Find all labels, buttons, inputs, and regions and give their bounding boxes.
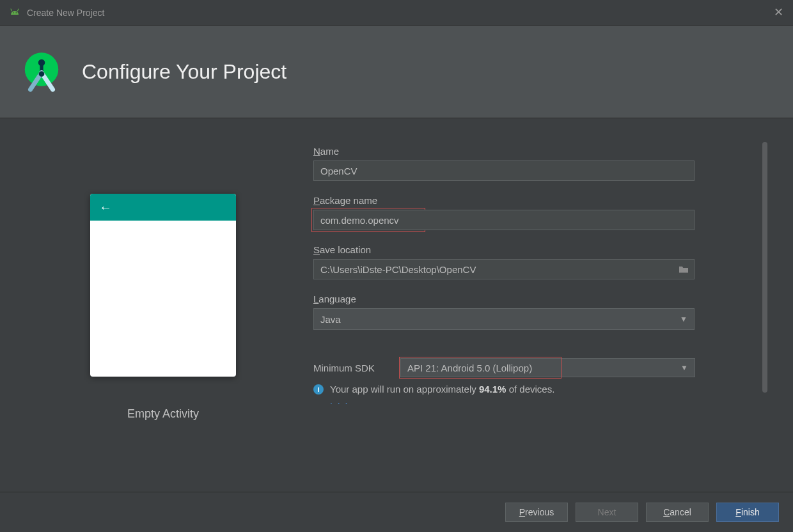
name-field-group: Name <box>313 146 748 181</box>
language-select[interactable]: Java ▼ <box>313 308 695 330</box>
svg-point-1 <box>16 12 17 13</box>
chevron-down-icon: ▼ <box>680 363 688 372</box>
titlebar: Create New Project ✕ <box>0 0 793 26</box>
previous-button[interactable]: Previous <box>505 503 568 522</box>
next-button: Next <box>576 503 638 522</box>
save-field-group: Save location <box>313 244 748 279</box>
info-icon: i <box>313 384 324 395</box>
min-sdk-value: API 21: Android 5.0 (Lollipop) <box>407 363 532 373</box>
browse-folder-icon[interactable] <box>678 265 689 274</box>
name-input[interactable] <box>313 160 695 181</box>
package-input[interactable] <box>313 210 695 230</box>
save-label: Save location <box>313 244 748 255</box>
save-location-input[interactable] <box>313 259 695 279</box>
language-field-group: Language Java ▼ <box>313 293 748 330</box>
page-title: Configure Your Project <box>82 60 287 84</box>
template-preview-pane: ← Empty Activity <box>26 146 301 492</box>
android-icon <box>9 7 20 19</box>
help-link[interactable]: . . . <box>330 396 748 406</box>
form-pane: Name Package name Save location Language <box>301 146 767 492</box>
window-title: Create New Project <box>27 8 104 18</box>
device-coverage-info: i Your app will run on approximately 94.… <box>313 384 748 395</box>
android-studio-logo-icon <box>19 49 64 94</box>
min-sdk-row: Minimum SDK API 21: Android 5.0 (Lollipo… <box>313 358 748 377</box>
chevron-down-icon: ▼ <box>680 315 687 324</box>
language-label: Language <box>313 293 748 304</box>
name-label: Name <box>313 146 748 157</box>
phone-preview: ← <box>90 194 236 377</box>
wizard-header: Configure Your Project <box>0 26 793 118</box>
back-arrow-icon: ← <box>99 200 112 215</box>
template-name: Empty Activity <box>127 407 199 421</box>
min-sdk-select[interactable]: API 21: Android 5.0 (Lollipop) ▼ <box>400 358 695 377</box>
preview-appbar: ← <box>90 194 236 221</box>
finish-button[interactable]: Finish <box>716 503 779 522</box>
content-area: ← Empty Activity Name Package name Save … <box>0 119 793 492</box>
language-value: Java <box>320 314 341 325</box>
scrollbar[interactable] <box>762 142 767 393</box>
min-sdk-label: Minimum SDK <box>313 363 400 373</box>
wizard-footer: Previous Next Cancel Finish <box>0 492 793 532</box>
package-label: Package name <box>313 195 748 206</box>
package-field-group: Package name <box>313 195 748 230</box>
cancel-button[interactable]: Cancel <box>646 503 709 522</box>
close-icon[interactable]: ✕ <box>773 6 784 18</box>
svg-point-5 <box>39 71 45 77</box>
svg-point-0 <box>13 12 14 13</box>
